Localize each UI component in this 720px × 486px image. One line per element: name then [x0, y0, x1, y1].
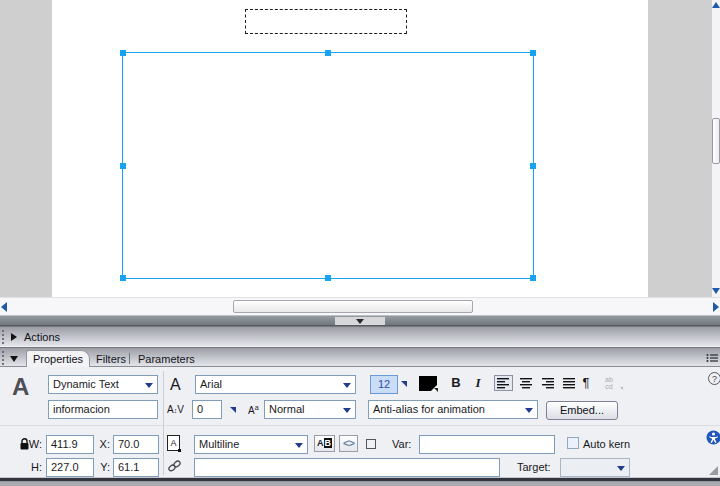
selection-handle-top-right[interactable]: [530, 50, 536, 56]
character-position-value: Normal: [269, 403, 304, 415]
properties-panel-bar[interactable]: Properties Filters Parameters: [0, 347, 720, 367]
spacing-a: A: [167, 404, 174, 415]
font-family-select[interactable]: Arial: [195, 375, 356, 394]
target-label: Target:: [517, 461, 551, 473]
text-orientation-button[interactable]: A: [167, 435, 180, 451]
chevron-down-icon: [343, 408, 351, 413]
selection-handle-middle-left[interactable]: [120, 163, 126, 169]
scroll-up-icon[interactable]: [712, 2, 720, 8]
scroll-right-icon[interactable]: [713, 302, 719, 312]
align-right-button[interactable]: [539, 375, 558, 391]
align-center-button[interactable]: [517, 375, 536, 391]
window-bottom-edge: [0, 478, 720, 486]
height-input[interactable]: 227.0: [46, 458, 94, 477]
text-type-value: Dynamic Text: [53, 378, 119, 390]
letter-spacing-input[interactable]: 0: [192, 400, 222, 419]
actions-panel-bar[interactable]: Actions: [0, 326, 720, 346]
tab-filters[interactable]: Filters: [96, 353, 126, 365]
line-type-value: Multiline: [199, 438, 239, 450]
pasteboard-left: [0, 0, 52, 297]
collapsed-arrow-icon[interactable]: [11, 333, 17, 341]
selected-text-field[interactable]: [122, 52, 534, 279]
splitter-collapse-icon: [356, 319, 364, 324]
instance-name-input[interactable]: informacion: [48, 400, 158, 419]
static-text-placeholder-box[interactable]: [245, 9, 407, 34]
tab-parameters[interactable]: Parameters: [138, 353, 195, 365]
panel-grip-icon[interactable]: [2, 330, 4, 344]
stage-canvas[interactable]: [0, 0, 720, 297]
selection-handle-bottom-middle[interactable]: [325, 275, 331, 281]
render-html-button[interactable]: <>: [339, 435, 358, 452]
font-icon: A: [170, 376, 181, 394]
target-select: [560, 458, 630, 477]
selection-handle-top-middle[interactable]: [325, 50, 331, 56]
orientation-dot: [178, 449, 181, 452]
embed-button[interactable]: Embed...: [546, 401, 618, 420]
character-position-select[interactable]: Normal: [264, 400, 356, 419]
swatch-arrow-icon: [434, 388, 438, 392]
expanded-arrow-icon[interactable]: [10, 356, 18, 362]
accessibility-icon[interactable]: [706, 430, 720, 445]
auto-kern-checkbox[interactable]: [567, 437, 579, 449]
var-label: Var:: [392, 438, 411, 450]
width-input[interactable]: 411.9: [46, 435, 94, 454]
edit-format-options-button: ab cd: [600, 376, 618, 390]
line-type-select[interactable]: Multiline: [194, 435, 308, 454]
border-square-icon: [366, 439, 376, 449]
position-sup: a: [255, 404, 259, 411]
url-link-icon: [167, 459, 182, 474]
format-hint-bottom: cd: [600, 383, 618, 390]
properties-panel-body: A Dynamic Text A Arial 12 B I: [0, 367, 720, 478]
selection-handle-middle-right[interactable]: [530, 163, 536, 169]
height-label: H:: [26, 461, 42, 473]
bold-button[interactable]: B: [448, 375, 464, 392]
tab-divider: [129, 353, 130, 364]
panel-grip-icon[interactable]: [2, 351, 4, 365]
align-center-icon: [520, 377, 533, 389]
anti-alias-select[interactable]: Anti-alias for animation: [368, 400, 538, 419]
align-right-icon: [542, 377, 555, 389]
actions-panel-title[interactable]: Actions: [24, 331, 60, 343]
chevron-down-icon: [343, 383, 351, 388]
panel-options-menu-icon[interactable]: [706, 353, 719, 363]
chevron-down-icon: [525, 408, 533, 413]
selectable-b: B: [324, 438, 333, 448]
stage-panel-splitter[interactable]: [0, 315, 720, 326]
text-color-swatch[interactable]: [419, 376, 437, 391]
x-input[interactable]: 70.0: [113, 435, 159, 454]
horizontal-scrollbar-thumb[interactable]: [233, 300, 473, 313]
justify-icon: [563, 377, 576, 389]
scroll-left-icon[interactable]: [1, 302, 7, 312]
horizontal-scrollbar[interactable]: [0, 297, 720, 315]
vertical-scrollbar[interactable]: [712, 0, 720, 297]
text-type-select[interactable]: Dynamic Text: [48, 375, 158, 394]
align-left-button[interactable]: [494, 375, 513, 391]
splitter-grip[interactable]: [335, 317, 385, 325]
help-icon[interactable]: ?: [708, 372, 720, 385]
text-tool-icon: A: [12, 375, 29, 399]
justify-button[interactable]: [560, 375, 579, 391]
orientation-a: A: [170, 438, 176, 448]
chevron-down-icon: [295, 443, 303, 448]
show-border-button[interactable]: [362, 435, 380, 452]
panel-resize-handle[interactable]: [709, 466, 718, 475]
y-input[interactable]: 61.1: [113, 458, 159, 477]
var-input[interactable]: [419, 435, 555, 454]
selection-handle-bottom-right[interactable]: [530, 275, 536, 281]
y-label: Y:: [94, 461, 110, 473]
selection-handle-bottom-left[interactable]: [120, 275, 126, 281]
font-size-slider-icon[interactable]: [401, 381, 407, 387]
scroll-down-icon[interactable]: [712, 288, 720, 294]
italic-button[interactable]: I: [470, 375, 486, 392]
section-divider-vertical: [163, 371, 164, 475]
selection-handle-top-left[interactable]: [120, 50, 126, 56]
paragraph-format-button[interactable]: ¶: [578, 375, 594, 392]
selectable-toggle-button[interactable]: AB: [314, 435, 335, 452]
letter-spacing-icon: A↕V: [167, 404, 184, 415]
format-hint-top: ab: [600, 376, 618, 383]
url-input[interactable]: [194, 458, 500, 477]
vertical-scrollbar-thumb[interactable]: [712, 118, 720, 164]
spacing-slider-icon[interactable]: [230, 407, 236, 413]
anti-alias-value: Anti-alias for animation: [373, 403, 485, 415]
font-size-input[interactable]: 12: [370, 375, 398, 394]
